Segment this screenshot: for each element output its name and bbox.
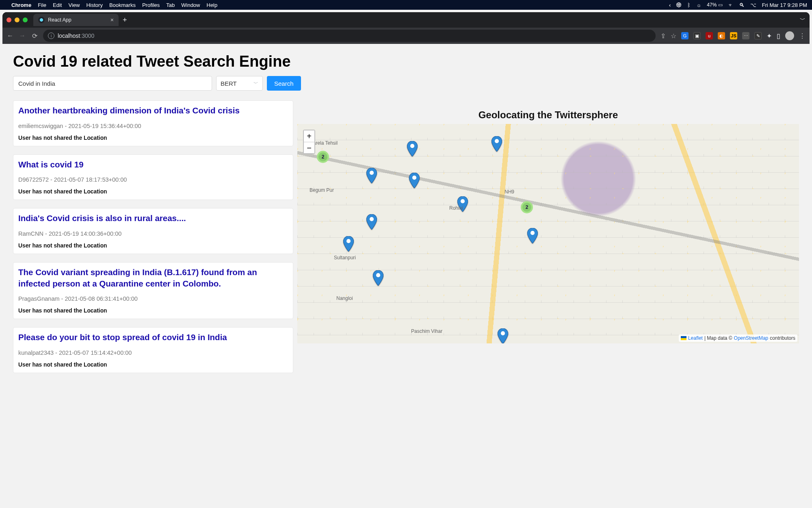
map-place-label: Sultanpuri [334,255,356,261]
zoom-in-button[interactable]: + [304,130,314,142]
tab-close-button[interactable]: × [110,17,114,23]
result-card[interactable]: India's Covid crisis is also in rural ar… [13,208,293,254]
result-meta: RamCNN - 2021-05-19 14:00:36+00:00 [18,230,288,237]
reload-button[interactable]: ⟳ [31,32,38,40]
extension-icon[interactable]: ⋯ [742,32,749,39]
map-marker-icon[interactable] [407,141,418,156]
wifi-icon[interactable]: ᯤ [728,2,734,8]
svg-point-6 [461,199,465,203]
map-marker-icon[interactable] [373,270,383,286]
omnibox[interactable]: i localhost:3000 [43,30,656,42]
extension-icon[interactable]: G [681,32,689,39]
result-card[interactable]: What is covid 19 D96722572 - 2021-05-07 … [13,154,293,200]
result-meta: emiliemcswiggan - 2021-05-19 15:36:44+00… [18,123,288,129]
menu-edit[interactable]: Edit [53,2,62,8]
result-location: User has not shared the Location [18,135,288,141]
sun-icon[interactable]: ☼ [696,2,701,8]
map-marker-icon[interactable] [492,136,502,152]
window-close-button[interactable] [6,17,11,22]
ukraine-flag-icon [681,336,686,340]
menu-history[interactable]: History [86,2,102,8]
page-body: Covid 19 related Tweet Search Engine BER… [2,44,810,508]
model-select[interactable]: BERT ﹀ [216,76,263,91]
search-input[interactable] [13,76,212,91]
react-favicon-icon [38,17,45,23]
map[interactable]: + − 22Begum PurRohiniSultanpuriNangloiPa… [297,124,799,343]
browser-tab[interactable]: React App × [33,14,119,26]
zoom-out-button[interactable]: − [304,142,314,153]
profile-avatar[interactable] [785,31,794,40]
extensions-puzzle-icon[interactable]: ✦ [767,32,772,40]
extension-icon[interactable]: ▣ [693,32,701,39]
result-location: User has not shared the Location [18,189,288,195]
map-place-label: Nangloi [336,295,353,301]
map-marker-icon[interactable] [527,228,538,243]
svg-point-7 [495,139,499,143]
extension-icon[interactable]: ◐ [718,32,725,39]
map-marker-icon[interactable] [366,214,377,230]
bookmark-star-icon[interactable]: ☆ [671,32,676,40]
result-title[interactable]: What is covid 19 [18,159,288,170]
spotlight-icon[interactable]: 🔍︎ [739,2,745,8]
menu-file[interactable]: File [38,2,46,8]
result-title[interactable]: Another heartbreaking dimension of India… [18,105,288,116]
result-title[interactable]: Please do your bit to stop spread of cov… [18,332,288,343]
map-cluster[interactable]: 2 [521,201,533,213]
site-info-icon[interactable]: i [48,33,54,39]
extension-icon[interactable]: JS [730,32,737,39]
osm-link[interactable]: OpenStreetMap [734,335,769,341]
window-minimize-button[interactable] [15,17,19,22]
chevron-left-icon[interactable]: ‹ [669,2,671,8]
menu-help[interactable]: Help [207,2,218,8]
browser-toolbar: ← → ⟳ i localhost:3000 ⇪ ☆ G ▣ u ◐ JS ⋯ … [2,28,810,44]
attribution-tail: contributors [770,335,795,341]
chrome-window: React App × + ﹀ ← → ⟳ i localhost:3000 ⇪… [2,12,810,508]
window-controls [6,17,28,22]
menu-view[interactable]: View [68,2,80,8]
result-title[interactable]: The Covid variant spreading in India (B.… [18,267,288,289]
leaflet-link[interactable]: Leaflet [688,335,703,341]
result-card[interactable]: Another heartbreaking dimension of India… [13,100,293,146]
map-cluster[interactable]: 2 [317,151,329,163]
extension-icon[interactable]: ✎ [754,32,762,39]
svg-point-0 [370,171,374,175]
menu-bookmarks[interactable]: Bookmarks [109,2,136,8]
new-tab-button[interactable]: + [119,16,131,24]
tabs-dropdown-icon[interactable]: ﹀ [800,16,806,24]
control-center-icon[interactable]: ⌥ [750,2,756,8]
side-panel-icon[interactable]: ▯ [777,32,780,40]
nav-forward-button[interactable]: → [19,32,26,39]
result-location: User has not shared the Location [18,362,288,368]
svg-point-9 [501,331,505,335]
share-icon[interactable]: ⇪ [660,32,666,40]
window-zoom-button[interactable] [23,17,28,22]
map-marker-icon[interactable] [409,173,420,188]
bluetooth-icon[interactable]: ᛒ [687,2,691,8]
menu-profiles[interactable]: Profiles [142,2,160,8]
result-title[interactable]: India's Covid crisis is also in rural ar… [18,213,288,224]
extension-icon[interactable]: u [706,32,713,39]
zoom-control: + − [303,130,315,154]
result-card[interactable]: Please do your bit to stop spread of cov… [13,327,293,373]
map-tiles [297,124,799,343]
globe-icon[interactable]: 🌐︎ [676,2,682,8]
result-meta: PragasGnanam - 2021-05-08 06:31:41+00:00 [18,295,288,302]
battery-icon[interactable]: ▭ [718,2,723,8]
map-marker-icon[interactable] [343,236,354,252]
nav-back-button[interactable]: ← [6,32,14,39]
map-marker-icon[interactable] [498,328,508,343]
result-card[interactable]: The Covid variant spreading in India (B.… [13,262,293,319]
chrome-menu-button[interactable]: ⋮ [799,32,806,40]
search-button[interactable]: Search [267,76,301,91]
menu-tab[interactable]: Tab [166,2,175,8]
svg-point-8 [531,231,535,235]
result-meta: D96722572 - 2021-05-07 18:17:53+00:00 [18,176,288,183]
model-selected: BERT [221,80,237,87]
url-port: :3000 [80,33,94,39]
menu-window[interactable]: Window [181,2,200,8]
result-location: User has not shared the Location [18,308,288,314]
menubar-clock[interactable]: Fri Mar 17 9:28 PM [762,2,807,8]
menubar-app[interactable]: Chrome [11,2,31,8]
map-marker-icon[interactable] [366,168,377,183]
battery-percent: 47% [707,2,717,8]
